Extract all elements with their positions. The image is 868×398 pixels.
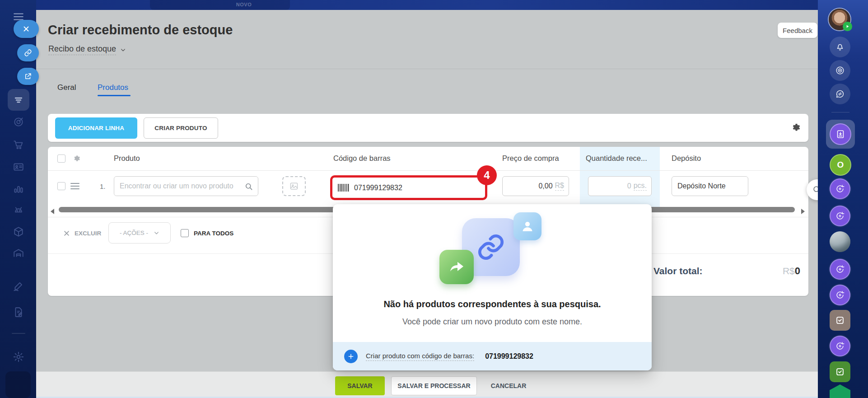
actions-select[interactable]: - AÇÕES - xyxy=(108,222,171,243)
for-all-checkbox[interactable] xyxy=(181,229,189,237)
copy-link-button[interactable] xyxy=(17,44,39,61)
sync-sparkle-icon xyxy=(835,184,845,194)
cancel-button[interactable]: CANCELAR xyxy=(486,376,531,395)
scope-icon xyxy=(835,66,845,75)
select-all-checkbox[interactable] xyxy=(57,155,65,163)
app-window: NOVO xyxy=(0,0,868,398)
totals-row: Valor total: R$0 xyxy=(653,262,803,285)
col-header-quantity: Quantidade rece... xyxy=(586,154,647,163)
quantity-value: 0 xyxy=(627,182,631,190)
product-search-field[interactable] xyxy=(114,176,258,196)
sync-sparkle-icon xyxy=(835,264,845,274)
notifications-button[interactable] xyxy=(830,37,850,57)
filter-icon xyxy=(13,94,24,105)
rail-app-tasks-green[interactable] xyxy=(830,361,850,382)
background-tab xyxy=(150,0,290,10)
sidebar-item-warehouse[interactable] xyxy=(13,248,24,259)
quantity-unit: pcs. xyxy=(634,182,647,191)
delete-rows-button[interactable]: EXCLUIR xyxy=(63,230,101,237)
top-bar: NOVO xyxy=(0,0,818,10)
row-drag-handle[interactable] xyxy=(70,183,79,189)
purchase-price-field[interactable]: 0,00 R$ xyxy=(502,176,569,196)
scroll-right-arrow[interactable] xyxy=(801,209,805,214)
sidebar-item-goals[interactable] xyxy=(13,116,24,128)
rail-app-sync-1[interactable] xyxy=(830,178,850,199)
save-and-process-button[interactable]: SALVAR E PROCESSAR xyxy=(391,376,477,395)
row-index: 1. xyxy=(100,183,106,190)
sidebar-item-contracts[interactable] xyxy=(13,306,24,318)
sync-sparkle-icon xyxy=(835,341,845,351)
rail-app-sync-4[interactable] xyxy=(830,285,850,305)
col-header-product: Produto xyxy=(114,154,140,163)
product-search-input[interactable] xyxy=(114,177,258,196)
user-avatar[interactable] xyxy=(829,9,850,30)
product-image-placeholder[interactable] xyxy=(282,176,306,196)
table-toolbar: ADICIONAR LINHA CRIAR PRODUTO xyxy=(48,114,808,142)
doc-type-dropdown[interactable]: Recibo de estoque xyxy=(48,44,126,55)
save-button[interactable]: SALVAR xyxy=(335,376,385,395)
feedback-button[interactable]: Feedback xyxy=(778,23,817,38)
table-settings-button[interactable] xyxy=(790,122,801,133)
colleague-avatar[interactable] xyxy=(830,231,850,252)
contact-book-icon xyxy=(830,123,851,145)
column-settings-icon[interactable] xyxy=(72,155,81,163)
doc-type-label: Recibo de estoque xyxy=(48,44,116,55)
share-illustration xyxy=(439,250,474,284)
sidebar-item-reports[interactable] xyxy=(13,183,24,194)
create-product-with-barcode-button[interactable]: Criar produto com código de barras: 0719… xyxy=(333,342,652,370)
chat-arrows-icon xyxy=(835,89,845,99)
rail-app-sync-3[interactable] xyxy=(830,259,850,280)
sidebar-bottom-tile[interactable] xyxy=(5,371,31,398)
rail-app-hexagon[interactable] xyxy=(830,384,850,398)
plus-icon xyxy=(344,350,358,363)
close-button[interactable] xyxy=(14,20,39,38)
target-scope-button[interactable] xyxy=(830,60,850,81)
barcode-icon xyxy=(338,184,350,192)
android-icon xyxy=(13,204,24,216)
row-checkbox[interactable] xyxy=(57,182,65,190)
total-label: Valor total: xyxy=(653,266,703,276)
barcode-value: 071999129832 xyxy=(354,184,402,192)
modal-footer: SALVAR SALVAR E PROCESSAR CANCELAR xyxy=(36,371,818,398)
barcode-field[interactable]: 071999129832 xyxy=(332,178,485,198)
chevron-down-icon xyxy=(120,47,126,53)
share-arrow-icon xyxy=(448,258,466,276)
close-icon xyxy=(22,25,30,33)
scroll-left-arrow[interactable] xyxy=(51,209,54,214)
sidebar-item-products[interactable] xyxy=(13,226,24,238)
sidebar-item-purchases[interactable] xyxy=(13,139,24,150)
sync-sparkle-icon xyxy=(835,290,845,300)
rail-app-tasks-gray[interactable] xyxy=(830,310,850,331)
warehouse-field[interactable]: Depósito Norte xyxy=(672,176,748,196)
quantity-field[interactable]: 0 pcs. xyxy=(588,176,652,196)
cart-icon xyxy=(13,139,24,150)
bell-icon xyxy=(835,42,845,52)
rail-app-sync-2[interactable] xyxy=(830,206,850,226)
sidebar-item-signature[interactable] xyxy=(13,280,24,292)
right-app-rail: O xyxy=(818,0,868,398)
open-in-new-button[interactable] xyxy=(17,68,39,85)
rail-app-contacts-active[interactable] xyxy=(826,120,855,149)
package-icon xyxy=(13,226,24,238)
sidebar-item-settings[interactable] xyxy=(13,351,24,363)
pen-icon xyxy=(13,280,24,292)
rail-divider xyxy=(831,112,849,112)
tab-produtos[interactable]: Produtos xyxy=(98,83,128,92)
create-stock-receipt-modal: Criar recebimento de estoque Feedback Re… xyxy=(36,10,818,398)
rail-app-sync-5[interactable] xyxy=(830,336,850,356)
tab-geral[interactable]: Geral xyxy=(57,83,76,92)
rail-app-letter-o[interactable]: O xyxy=(830,154,851,176)
sidebar-item-apps[interactable] xyxy=(13,204,24,216)
chat-transfer-button[interactable] xyxy=(830,84,850,104)
total-currency: R$ xyxy=(783,266,795,276)
external-link-icon xyxy=(24,72,32,80)
add-line-button[interactable]: ADICIONAR LINHA xyxy=(55,117,137,139)
for-all-toggle[interactable]: PARA TODOS xyxy=(181,229,233,237)
create-product-button[interactable]: CRIAR PRODUTO xyxy=(144,117,218,139)
sidebar-item-counterparties[interactable] xyxy=(13,161,24,173)
checkbox-icon xyxy=(835,367,845,377)
search-icon[interactable] xyxy=(244,182,253,191)
sidebar-item-documents-active[interactable] xyxy=(8,89,29,111)
person-illustration xyxy=(513,212,541,240)
price-value: 0,00 xyxy=(538,182,552,190)
